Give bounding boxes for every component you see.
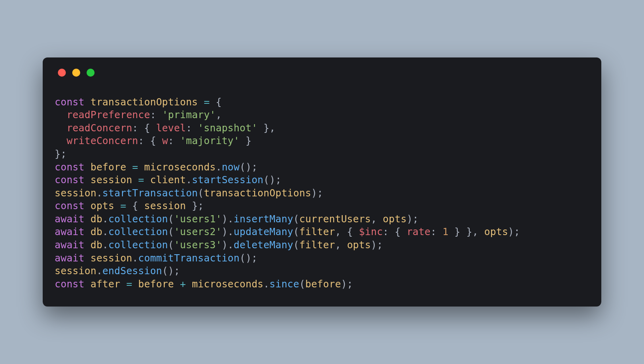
code-token: }, — [257, 122, 275, 134]
code-token: = — [204, 96, 210, 108]
code-token: (); — [239, 161, 257, 173]
code-token: : — [168, 135, 180, 146]
code-line: const transactionOptions = { — [55, 96, 222, 108]
code-token: await — [55, 252, 91, 264]
code-token: session — [144, 200, 186, 212]
code-token: opts — [383, 213, 407, 225]
code-token: ). — [222, 239, 234, 251]
code-token: + — [180, 278, 186, 290]
code-token: , — [216, 109, 222, 121]
code-token: insertMany — [234, 213, 294, 225]
code-token: const — [55, 278, 91, 290]
code-token: ( — [293, 226, 299, 237]
code-token — [144, 174, 150, 186]
code-token: ); — [407, 213, 419, 225]
code-line: await db.collection('users1').insertMany… — [55, 213, 419, 225]
code-token: await — [55, 213, 91, 225]
close-icon[interactable] — [58, 69, 66, 77]
code-token: $inc — [359, 226, 383, 237]
code-token: readPreference — [67, 109, 150, 121]
code-token: ); — [341, 278, 353, 290]
code-line: await session.commitTransaction(); — [55, 252, 257, 264]
code-token: } }, — [448, 226, 484, 237]
code-token: : — [186, 122, 198, 134]
code-line: readConcern: { level: 'snapshot' }, — [55, 122, 275, 134]
code-token: . — [216, 161, 222, 173]
code-token: collection — [109, 239, 168, 251]
code-token: 'primary' — [162, 109, 216, 121]
code-line: session.startTransaction(transactionOpti… — [55, 187, 323, 199]
code-token: opts — [484, 226, 508, 237]
code-token: 'majority' — [180, 135, 240, 146]
code-token: startTransaction — [103, 187, 198, 199]
code-token: const — [55, 96, 91, 108]
code-token: = — [138, 174, 144, 186]
code-token: db — [91, 213, 103, 225]
code-token: opts — [347, 239, 371, 251]
code-token: rate — [407, 226, 431, 237]
code-block: const transactionOptions = { readPrefere… — [55, 96, 589, 291]
code-token: . — [103, 239, 109, 251]
code-token: session — [55, 265, 97, 277]
code-token: = — [132, 161, 138, 173]
code-token: transactionOptions — [91, 96, 198, 108]
code-token: level — [156, 122, 186, 134]
code-token: . — [132, 252, 138, 264]
code-token: ); — [508, 226, 520, 237]
code-token: deleteMany — [234, 239, 294, 251]
code-token: . — [103, 213, 109, 225]
code-token: : — [431, 226, 443, 237]
code-token: = — [126, 278, 132, 290]
code-token: since — [269, 278, 299, 290]
code-token: readConcern — [67, 122, 132, 134]
minimize-icon[interactable] — [72, 69, 80, 77]
code-token: db — [91, 239, 103, 251]
code-token — [55, 109, 67, 121]
code-token: } — [240, 135, 252, 146]
code-token — [132, 174, 138, 186]
code-token — [132, 278, 138, 290]
code-token: : — [150, 109, 162, 121]
code-token — [186, 278, 192, 290]
code-token: session — [55, 187, 97, 199]
code-token: ). — [222, 213, 234, 225]
code-token: , — [335, 239, 347, 251]
code-line: readPreference: 'primary', — [55, 109, 222, 121]
maximize-icon[interactable] — [87, 69, 95, 77]
code-token — [120, 278, 126, 290]
code-token: . — [263, 278, 269, 290]
code-line: writeConcern: { w: 'majority' } — [55, 135, 251, 146]
code-token: ( — [168, 239, 174, 251]
code-token: : { — [383, 226, 407, 237]
code-token: await — [55, 226, 91, 237]
code-line: const opts = { session }; — [55, 200, 204, 212]
code-token: session — [91, 252, 132, 264]
code-token: await — [55, 239, 91, 251]
code-token: ( — [198, 187, 204, 199]
code-token: ( — [293, 213, 299, 225]
code-token: ); — [371, 239, 383, 251]
code-token: (); — [162, 265, 180, 277]
code-token: filter — [299, 239, 335, 251]
code-token: ( — [299, 278, 305, 290]
code-token: now — [222, 161, 240, 173]
code-token: transactionOptions — [204, 187, 311, 199]
code-token: updateMany — [234, 226, 294, 237]
code-token: microseconds — [144, 161, 215, 173]
code-token: collection — [109, 213, 168, 225]
code-token: : { — [132, 122, 156, 134]
code-line: }; — [55, 148, 67, 160]
code-token: . — [97, 265, 103, 277]
code-token: startSession — [192, 174, 263, 186]
code-token: opts — [91, 200, 115, 212]
code-token: endSession — [103, 265, 162, 277]
code-token: filter — [299, 226, 335, 237]
code-token: before — [305, 278, 341, 290]
code-token: }; — [186, 200, 204, 212]
code-token: . — [186, 174, 192, 186]
code-token: commitTransaction — [138, 252, 239, 264]
code-token: const — [55, 200, 91, 212]
code-token: 1 — [443, 226, 448, 237]
code-token: 'users3' — [174, 239, 222, 251]
code-token: { — [126, 200, 144, 212]
